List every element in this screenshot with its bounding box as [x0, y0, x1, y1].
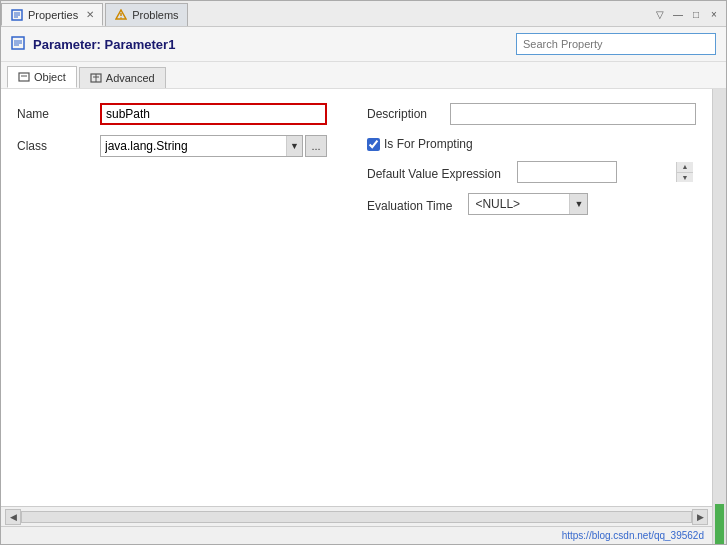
is-for-prompting-checkbox[interactable] — [367, 138, 380, 151]
is-for-prompting-row: Is For Prompting — [367, 135, 696, 151]
tab-properties-close[interactable]: ✕ — [86, 9, 94, 20]
default-value-input[interactable] — [518, 162, 676, 182]
minimize-view-btn[interactable]: ▽ — [652, 7, 668, 23]
svg-point-6 — [120, 17, 122, 19]
v-scroll-indicator — [715, 504, 724, 544]
description-label: Description — [367, 107, 442, 121]
tab-problems-label: Problems — [132, 9, 178, 21]
sub-tab-advanced-label: Advanced — [106, 72, 155, 84]
scroll-right-btn[interactable]: ▶ — [692, 509, 708, 525]
maximize-btn[interactable]: □ — [688, 7, 704, 23]
main-window: Properties ✕ Problems ▽ — □ × Parameter:… — [0, 0, 727, 545]
name-field-row: Name — [17, 103, 327, 125]
is-for-prompting-checkbox-row: Is For Prompting — [367, 137, 473, 151]
panel-title: Parameter: Parameter1 — [33, 37, 175, 52]
properties-tab-icon — [10, 8, 24, 22]
panel-header: Parameter: Parameter1 — [1, 27, 726, 62]
evaluation-time-label: Evaluation Time — [367, 196, 452, 213]
horizontal-scrollbar[interactable] — [21, 511, 692, 523]
evaluation-time-row: Evaluation Time <NULL> ▼ — [367, 193, 696, 215]
main-area: Name Class java.lang.String — [1, 89, 726, 544]
content-area: Name Class java.lang.String — [1, 89, 712, 506]
spinner-arrows: ▲ ▼ — [676, 162, 693, 182]
eval-time-arrow[interactable]: ▼ — [569, 194, 587, 214]
spinner-down-btn[interactable]: ▼ — [677, 173, 693, 183]
tab-properties-label: Properties — [28, 9, 78, 21]
description-input[interactable] — [450, 103, 696, 125]
problems-tab-icon — [114, 8, 128, 22]
status-bar: https://blog.csdn.net/qq_39562d — [1, 526, 712, 544]
class-select-wrapper: java.lang.String java.lang.Integer java.… — [100, 135, 303, 157]
close-btn[interactable]: × — [706, 7, 722, 23]
class-select-arrow[interactable]: ▼ — [286, 136, 302, 156]
advanced-tab-icon — [90, 72, 102, 84]
default-value-row: Default Value Expression ▲ ▼ — [367, 161, 696, 183]
class-label: Class — [17, 139, 92, 153]
bottom-scrollbar-bar: ◀ ▶ — [1, 506, 712, 526]
search-property-input[interactable] — [516, 33, 716, 55]
name-field-value — [100, 103, 327, 125]
object-tab-icon — [18, 71, 30, 83]
class-field-value: java.lang.String java.lang.Integer java.… — [100, 135, 327, 157]
left-column: Name Class java.lang.String — [17, 103, 327, 225]
status-text: https://blog.csdn.net/qq_39562d — [562, 530, 704, 541]
browse-btn[interactable]: ... — [305, 135, 327, 157]
vertical-scrollbar[interactable] — [712, 89, 726, 544]
description-field-row: Description — [367, 103, 696, 125]
is-for-prompting-label: Is For Prompting — [384, 137, 473, 151]
sub-tab-object[interactable]: Object — [7, 66, 77, 88]
name-input[interactable] — [100, 103, 327, 125]
description-field-value — [450, 103, 696, 125]
form: Name Class java.lang.String — [17, 103, 696, 225]
sub-tab-object-label: Object — [34, 71, 66, 83]
name-label: Name — [17, 107, 92, 121]
eval-time-value: <NULL> — [469, 197, 569, 211]
default-value-label: Default Value Expression — [367, 164, 501, 181]
class-field-row: Class java.lang.String java.lang.Integer… — [17, 135, 327, 157]
right-column: Description Is For Prompting — [367, 103, 696, 225]
eval-time-select-wrapper[interactable]: <NULL> ▼ — [468, 193, 588, 215]
class-select[interactable]: java.lang.String java.lang.Integer java.… — [101, 136, 286, 156]
scroll-left-btn[interactable]: ◀ — [5, 509, 21, 525]
minimize-btn[interactable]: — — [670, 7, 686, 23]
main-content: Name Class java.lang.String — [1, 89, 712, 544]
tab-bar: Properties ✕ Problems ▽ — □ × — [1, 1, 726, 27]
svg-rect-11 — [19, 73, 29, 81]
sub-tab-bar: Object Advanced — [1, 62, 726, 89]
tab-problems[interactable]: Problems — [105, 3, 187, 26]
spinner-up-btn[interactable]: ▲ — [677, 162, 693, 173]
tab-properties[interactable]: Properties ✕ — [1, 3, 103, 26]
v-scroll-track — [713, 89, 726, 544]
tab-bar-controls: ▽ — □ × — [652, 3, 726, 26]
default-value-input-wrapper: ▲ ▼ — [517, 161, 617, 183]
panel-title-icon — [11, 36, 25, 53]
sub-tab-advanced[interactable]: Advanced — [79, 67, 166, 88]
